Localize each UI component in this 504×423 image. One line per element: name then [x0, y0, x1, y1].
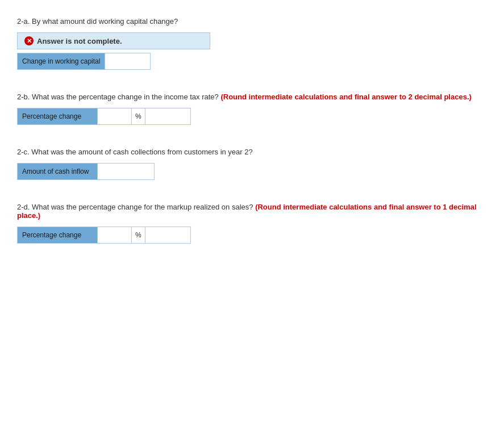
question-2a: 2-a. By what amount did working capital … [17, 17, 487, 26]
percentage-change-2d-input[interactable] [97, 227, 131, 243]
cash-inflow-row: Amount of cash inflow [17, 163, 155, 180]
section-2d: 2-d. What was the percentage change for … [17, 203, 487, 244]
question-2d: 2-d. What was the percentage change for … [17, 203, 487, 220]
percentage-change-2b-input[interactable] [97, 108, 131, 124]
question-2b-text: 2-b. What was the percentage change in t… [17, 93, 219, 101]
percentage-change-2b-row: Percentage change % [17, 108, 191, 125]
percentage-change-2b-label: Percentage change [18, 108, 97, 124]
question-2b-highlight: (Round intermediate calculations and fin… [219, 93, 472, 101]
error-icon: ✕ [24, 36, 34, 45]
banner-text: Answer is not complete. [37, 37, 122, 45]
percentage-change-2b-input2[interactable] [145, 108, 190, 124]
working-capital-row: Change in working capital [17, 53, 151, 70]
cash-inflow-label: Amount of cash inflow [18, 164, 97, 179]
answer-incomplete-banner: ✕ Answer is not complete. [17, 32, 210, 49]
working-capital-label: Change in working capital [18, 53, 105, 69]
percent-sign-2b: % [131, 108, 145, 124]
cash-inflow-input[interactable] [97, 164, 154, 179]
percentage-change-2d-input2[interactable] [145, 227, 190, 243]
working-capital-input[interactable] [105, 53, 150, 69]
question-2b: 2-b. What was the percentage change in t… [17, 93, 487, 101]
percentage-change-2d-row: Percentage change % [17, 227, 191, 244]
question-2d-text: 2-d. What was the percentage change for … [17, 203, 253, 211]
question-2c: 2-c. What was the amount of cash collect… [17, 148, 487, 156]
section-2c: 2-c. What was the amount of cash collect… [17, 148, 487, 180]
percentage-change-2d-label: Percentage change [18, 227, 97, 243]
percent-sign-2d: % [131, 227, 145, 243]
section-2a: 2-a. By what amount did working capital … [17, 17, 487, 70]
section-2b: 2-b. What was the percentage change in t… [17, 93, 487, 125]
